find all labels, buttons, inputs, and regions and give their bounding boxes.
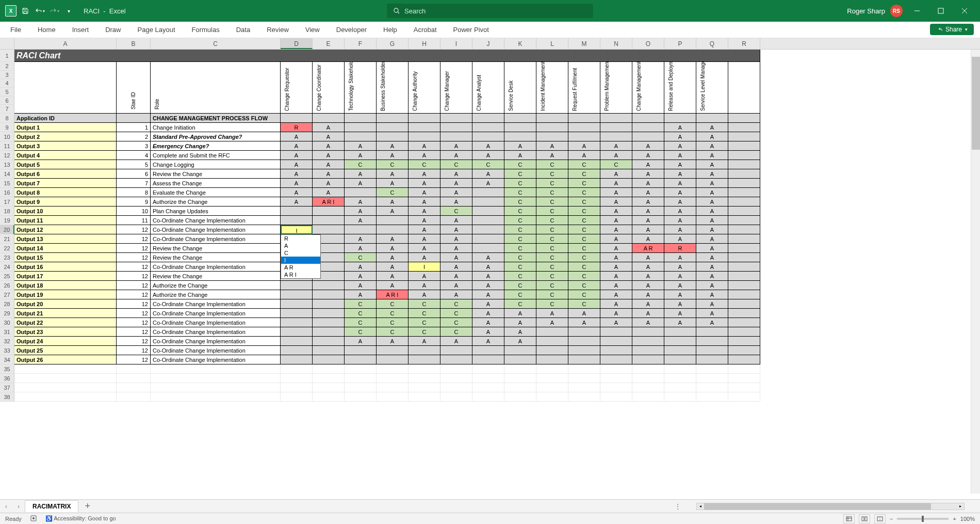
row-header-34[interactable]: 34 <box>0 355 14 364</box>
cell[interactable] <box>632 392 664 402</box>
cell[interactable] <box>345 225 377 234</box>
cell[interactable] <box>568 392 600 402</box>
cell[interactable]: 12 <box>117 299 151 309</box>
cell[interactable]: A <box>377 169 409 179</box>
cell[interactable]: A <box>409 272 440 281</box>
zoom-in-icon[interactable]: + <box>953 516 956 522</box>
cell[interactable] <box>600 392 632 402</box>
row-header-26[interactable]: 26 <box>0 281 14 290</box>
cell[interactable]: Output 4 <box>14 151 117 160</box>
cell[interactable]: A <box>536 318 568 327</box>
cell[interactable]: A <box>440 262 472 272</box>
col-header-G[interactable]: G <box>377 38 409 49</box>
cell[interactable]: A <box>696 225 728 234</box>
cell[interactable]: A <box>696 272 728 281</box>
col-header-K[interactable]: K <box>504 38 536 49</box>
cell[interactable] <box>313 290 345 299</box>
cell[interactable] <box>728 327 760 337</box>
cell[interactable]: C <box>504 234 536 244</box>
cell[interactable] <box>281 290 313 299</box>
vscroll-thumb[interactable] <box>972 57 980 150</box>
col-header-N[interactable]: N <box>600 38 632 49</box>
cell[interactable]: A <box>664 179 696 188</box>
minimize-icon[interactable] <box>908 2 926 20</box>
cell[interactable]: 12 <box>117 355 151 364</box>
cell[interactable]: A <box>377 337 409 346</box>
col-header-A[interactable]: A <box>14 38 117 49</box>
cell[interactable] <box>440 132 472 141</box>
cell[interactable]: Output 8 <box>14 188 117 197</box>
ribbon-tab-file[interactable]: File <box>9 24 22 36</box>
cell[interactable]: A <box>632 225 664 234</box>
cell[interactable]: 12 <box>117 244 151 253</box>
cell[interactable]: 1 <box>117 123 151 132</box>
cell[interactable]: CHANGE MANAGEMENT PROCESS FLOW <box>151 114 281 123</box>
cell[interactable]: A <box>600 225 632 234</box>
cell[interactable]: Output 12 <box>14 225 117 234</box>
row-header-28[interactable]: 28 <box>0 299 14 309</box>
row-header-11[interactable]: 11 <box>0 141 14 151</box>
cell[interactable]: C <box>536 160 568 169</box>
cell[interactable]: C <box>536 290 568 299</box>
cell[interactable]: Change Analyst <box>472 62 504 114</box>
cell[interactable] <box>600 383 632 392</box>
horizontal-scrollbar[interactable]: ◂ ▸ <box>696 503 965 510</box>
cell[interactable] <box>472 225 504 234</box>
cell[interactable] <box>600 374 632 383</box>
cell[interactable] <box>664 383 696 392</box>
cell[interactable] <box>504 392 536 402</box>
cell[interactable]: A <box>696 169 728 179</box>
cell[interactable] <box>117 383 151 392</box>
row-header-7[interactable]: 7 <box>0 105 14 114</box>
cell[interactable]: A <box>632 309 664 318</box>
cell[interactable]: A <box>472 272 504 281</box>
cell[interactable]: C <box>536 281 568 290</box>
cell[interactable]: C <box>568 262 600 272</box>
save-icon[interactable] <box>20 5 31 17</box>
row-header-22[interactable]: 22 <box>0 244 14 253</box>
cell[interactable] <box>536 374 568 383</box>
ribbon-tab-home[interactable]: Home <box>37 24 57 36</box>
cell[interactable]: Output 19 <box>14 290 117 299</box>
cell[interactable]: A <box>377 253 409 262</box>
cell[interactable] <box>696 392 728 402</box>
cell[interactable]: A <box>696 123 728 132</box>
cell[interactable] <box>728 383 760 392</box>
cell[interactable]: Output 16 <box>14 262 117 272</box>
cell[interactable] <box>728 337 760 346</box>
cell[interactable] <box>600 355 632 364</box>
cell[interactable]: A <box>632 141 664 151</box>
cell[interactable]: A <box>696 234 728 244</box>
row-header-38[interactable]: 38 <box>0 392 14 402</box>
cell[interactable]: A <box>664 197 696 207</box>
cell[interactable]: C <box>409 160 440 169</box>
cell[interactable] <box>728 355 760 364</box>
cell[interactable]: A <box>281 132 313 141</box>
cell[interactable] <box>281 383 313 392</box>
cell[interactable]: A <box>281 151 313 160</box>
cell[interactable]: Co-Ordinate Change Implementation <box>151 318 281 327</box>
cell[interactable]: A <box>281 188 313 197</box>
ribbon-tab-view[interactable]: View <box>304 24 321 36</box>
cell[interactable]: A <box>345 169 377 179</box>
cell[interactable]: A <box>600 253 632 262</box>
cell[interactable] <box>696 337 728 346</box>
cell[interactable]: A <box>472 299 504 309</box>
zoom-level[interactable]: 100% <box>960 516 975 522</box>
cell[interactable] <box>377 383 409 392</box>
cell[interactable] <box>664 374 696 383</box>
col-header-I[interactable]: I <box>440 38 472 49</box>
cell[interactable] <box>440 114 472 123</box>
cell[interactable]: Change Initiation <box>151 123 281 132</box>
cell[interactable] <box>281 309 313 318</box>
cell[interactable] <box>632 383 664 392</box>
cell[interactable]: A <box>632 160 664 169</box>
cell[interactable]: A <box>632 234 664 244</box>
cell[interactable]: A <box>440 290 472 299</box>
cell[interactable]: Complete and Submit the RFC <box>151 151 281 160</box>
cell[interactable] <box>568 374 600 383</box>
dropdown-item[interactable]: R <box>281 235 320 242</box>
cell[interactable]: A <box>345 207 377 216</box>
cell[interactable] <box>345 132 377 141</box>
cell[interactable]: C <box>536 262 568 272</box>
